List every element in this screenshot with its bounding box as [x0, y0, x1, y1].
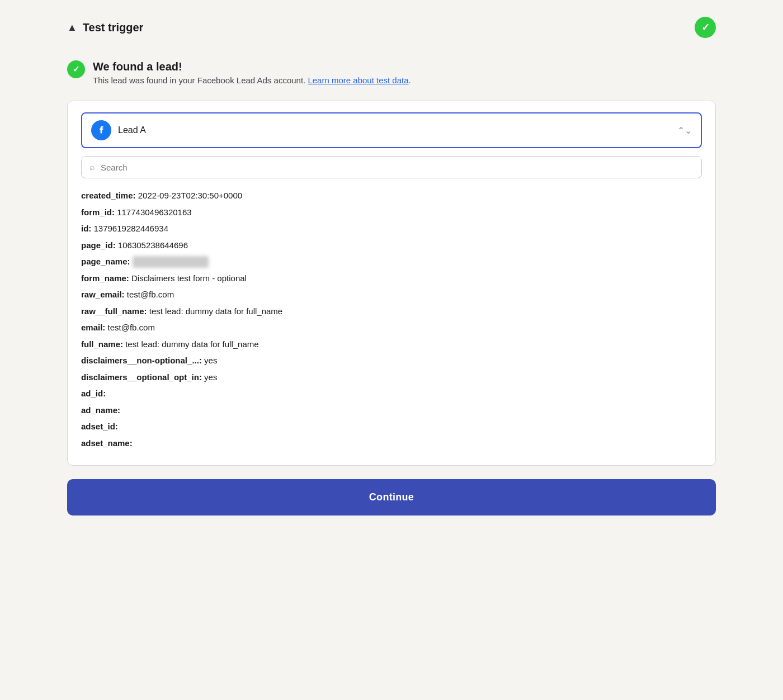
data-row: ad_id: — [81, 387, 702, 400]
data-row: full_name: test lead: dummy data for ful… — [81, 338, 702, 351]
field-value: test lead: dummy data for full_name — [147, 306, 283, 316]
learn-more-link[interactable]: Learn more about test data — [308, 75, 408, 85]
chevrons-updown-icon: ⌃⌄ — [677, 125, 692, 136]
field-key: email: — [81, 323, 105, 332]
data-row: page_name: ████ ████████ — [81, 256, 702, 268]
field-value: 1177430496320163 — [115, 207, 192, 217]
field-value-blurred: ████ ████████ — [133, 256, 209, 268]
found-success-icon: ✓ — [67, 60, 85, 78]
field-key: created_time: — [81, 191, 136, 200]
field-value: test@fb.com — [105, 323, 155, 332]
data-row: disclaimers__non-optional_...: yes — [81, 354, 702, 367]
facebook-icon — [91, 120, 111, 140]
data-row: adset_id: — [81, 420, 702, 433]
search-box: ⌕ — [81, 156, 702, 178]
field-value: 1379619282446934 — [91, 224, 168, 233]
field-value: test@fb.com — [125, 290, 174, 299]
continue-button[interactable]: Continue — [67, 479, 716, 515]
field-value: test lead: dummy data for full_name — [123, 339, 259, 349]
field-key: page_id: — [81, 240, 116, 250]
search-input[interactable] — [101, 163, 694, 172]
lead-dropdown[interactable]: Lead A ⌃⌄ — [81, 112, 702, 148]
data-row: id: 1379619282446934 — [81, 223, 702, 235]
field-key: ad_id: — [81, 389, 106, 398]
field-key: raw_email: — [81, 290, 125, 299]
found-heading: We found a lead! — [93, 60, 411, 73]
field-key: form_id: — [81, 207, 115, 217]
lead-label: Lead A — [118, 125, 146, 135]
field-key: disclaimers__optional_opt_in: — [81, 372, 202, 382]
field-key: raw__full_name: — [81, 306, 147, 316]
lead-card: Lead A ⌃⌄ ⌕ created_time: 2022-09-23T02:… — [67, 101, 716, 466]
field-key: id: — [81, 224, 91, 233]
found-text: We found a lead! This lead was found in … — [93, 60, 411, 85]
data-row: disclaimers__optional_opt_in: yes — [81, 371, 702, 384]
data-row: form_name: Disclaimers test form - optio… — [81, 272, 702, 285]
field-value: yes — [202, 356, 218, 365]
field-key: page_name: — [81, 257, 130, 266]
data-row: raw__full_name: test lead: dummy data fo… — [81, 305, 702, 318]
field-key: disclaimers__non-optional_...: — [81, 356, 202, 365]
data-row: ad_name: — [81, 404, 702, 417]
field-key: form_name: — [81, 273, 129, 283]
field-key: adset_name: — [81, 438, 133, 448]
header-success-icon: ✓ — [695, 17, 716, 38]
data-row: form_id: 1177430496320163 — [81, 206, 702, 219]
data-fields: created_time: 2022-09-23T02:30:50+0000fo… — [81, 190, 702, 450]
header: ▲ Test trigger ✓ — [67, 17, 716, 38]
data-row: page_id: 106305238644696 — [81, 239, 702, 252]
field-value: Disclaimers test form - optional — [129, 273, 247, 283]
field-key: full_name: — [81, 339, 123, 349]
data-row: adset_name: — [81, 437, 702, 450]
data-row: created_time: 2022-09-23T02:30:50+0000 — [81, 190, 702, 202]
collapse-icon[interactable]: ▲ — [67, 22, 77, 34]
field-value: 106305238644696 — [116, 240, 188, 250]
data-row: raw_email: test@fb.com — [81, 288, 702, 301]
found-section: ✓ We found a lead! This lead was found i… — [67, 60, 716, 85]
field-key: adset_id: — [81, 422, 118, 431]
search-icon: ⌕ — [89, 162, 95, 172]
field-value: yes — [202, 372, 218, 382]
header-left: ▲ Test trigger — [67, 21, 143, 34]
data-row: email: test@fb.com — [81, 321, 702, 334]
field-value: 2022-09-23T02:30:50+0000 — [136, 191, 243, 200]
field-key: ad_name: — [81, 405, 120, 415]
page-title: Test trigger — [83, 21, 144, 34]
found-description: This lead was found in your Facebook Lea… — [93, 75, 411, 85]
